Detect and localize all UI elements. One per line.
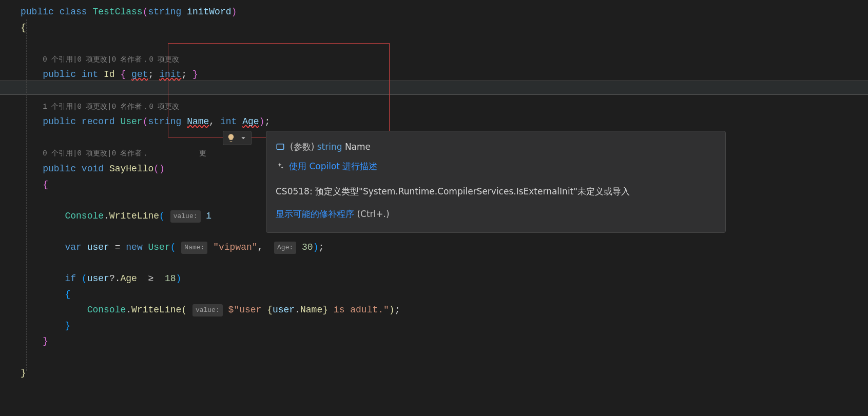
codelens-text[interactable]: 1 个引用|0 项更改|0 名作者，0 项更改: [43, 103, 179, 111]
codelens-text[interactable]: 0 个引用|0 项更改|0 名作者，: [43, 149, 149, 157]
brace-open: {: [120, 69, 126, 80]
code-line[interactable]: public class TestClass(string initWord): [0, 4, 868, 20]
keyword-void: void: [82, 164, 104, 174]
class-console: Console: [87, 305, 126, 315]
blank-line[interactable]: [0, 35, 868, 51]
tooltip-param-type: string: [317, 142, 342, 152]
dot: .: [295, 305, 300, 315]
string-interp-open: $"user: [228, 305, 267, 315]
interp-close: }: [322, 305, 328, 315]
brace-close: }: [65, 321, 70, 331]
property-age: Age: [120, 273, 137, 284]
semicolon: ;: [181, 69, 187, 80]
op-equals: =: [115, 242, 121, 252]
blank-line[interactable]: [0, 349, 868, 365]
param-age: Age: [242, 116, 259, 127]
keyword-new: new: [126, 242, 142, 252]
code-editor[interactable]: public class TestClass(string initWord) …: [0, 0, 868, 381]
inlay-hint-name: Name:: [181, 242, 207, 254]
paren-close: ): [389, 305, 395, 315]
paren-open: (: [143, 116, 148, 127]
inlay-hint-age: Age:: [274, 242, 296, 254]
method-writeline: WriteLine: [131, 305, 181, 315]
keyword-var: var: [65, 242, 81, 252]
keyword-public: public: [43, 164, 76, 174]
code-line[interactable]: public int Id { get; init; }: [0, 67, 868, 83]
keyword-record: record: [82, 116, 115, 127]
blank-line[interactable]: [0, 83, 868, 98]
tooltip-copilot-link[interactable]: 使用 Copilot 进行描述: [289, 158, 377, 174]
code-line[interactable]: var user = new User( Name: "vipwan", Age…: [0, 240, 868, 255]
brace-close: }: [21, 368, 26, 378]
tooltip-error-row: CS0518: 预定义类型"System.Runtime.CompilerSer…: [276, 183, 716, 200]
code-line[interactable]: public record User(string Name, int Age)…: [0, 114, 868, 130]
type-int: int: [82, 69, 98, 80]
codelens[interactable]: 0 个引用|0 项更改|0 名作者，0 项更改: [0, 51, 868, 67]
tooltip-copilot-row[interactable]: 使用 Copilot 进行描述: [276, 158, 716, 174]
sparkle-icon: [276, 162, 284, 170]
code-line[interactable]: if (user?.Age ≥ 18): [0, 271, 868, 287]
arg-fragment: i: [206, 211, 211, 221]
class-console: Console: [65, 211, 104, 221]
semicolon: ;: [318, 242, 324, 252]
tooltip-error-code: CS0518:: [276, 186, 313, 196]
code-line[interactable]: }: [0, 365, 868, 381]
paren-open: (: [143, 7, 148, 17]
semicolon: ;: [395, 305, 400, 315]
paren-close: ): [159, 164, 165, 174]
record-name: User: [120, 116, 142, 127]
comma: ,: [258, 242, 263, 252]
interp-open: {: [267, 305, 273, 315]
keyword-if: if: [65, 273, 76, 284]
param-name: Name: [187, 116, 209, 127]
code-line[interactable]: }: [0, 333, 868, 349]
paren-open: (: [170, 242, 176, 252]
tooltip-signature: (参数) string Name: [276, 138, 716, 155]
inlay-hint-value: value:: [192, 304, 223, 316]
type-string: string: [148, 116, 182, 127]
chevron-down-icon: [239, 133, 248, 143]
brace-open: {: [21, 23, 26, 33]
lightbulb-button[interactable]: [223, 131, 252, 145]
number-literal: 30: [302, 242, 313, 252]
op-gte: ≥: [148, 273, 154, 284]
paren-close: ): [232, 7, 237, 17]
brace-close: }: [43, 336, 48, 346]
tooltip-error-message: 预定义类型"System.Runtime.CompilerServices.Is…: [313, 186, 630, 196]
code-line[interactable]: Console.WriteLine( value: $"user {user.N…: [0, 302, 868, 318]
paren-open: (: [153, 164, 159, 174]
param-name: initWord: [187, 7, 231, 17]
method-writeline: WriteLine: [109, 211, 159, 221]
comma: ,: [209, 116, 215, 127]
tooltip-param-label: (参数): [290, 142, 314, 152]
keyword-public: public: [21, 7, 54, 17]
code-line[interactable]: {: [0, 20, 868, 36]
type-user: User: [148, 242, 170, 252]
tooltip-fix-row[interactable]: 显示可能的修补程序 (Ctrl+.): [276, 206, 716, 222]
string-literal: "vipwan": [213, 242, 257, 252]
parameter-icon: [276, 142, 285, 151]
string-interp-close: is adult.": [328, 305, 389, 315]
keyword-get: get: [131, 69, 148, 80]
code-line[interactable]: }: [0, 318, 868, 334]
semicolon: ;: [148, 69, 154, 80]
dot: .: [104, 211, 109, 221]
inlay-hint-value: value:: [170, 210, 201, 223]
paren-close: ): [259, 116, 265, 127]
paren-open: (: [82, 273, 87, 284]
brace-open: {: [43, 180, 48, 190]
codelens[interactable]: 1 个引用|0 项更改|0 名作者，0 项更改: [0, 98, 868, 114]
tooltip-param-name: Name: [345, 142, 371, 152]
null-conditional: ?.: [109, 273, 121, 284]
codelens-text[interactable]: 0 个引用|0 项更改|0 名作者，0 项更改: [43, 55, 179, 64]
type-string: string: [148, 7, 181, 17]
blank-line[interactable]: [0, 255, 868, 271]
class-name: TestClass: [92, 7, 142, 17]
semicolon: ;: [264, 116, 270, 127]
paren-open: (: [181, 305, 187, 315]
interp-name: Name: [300, 305, 322, 315]
paren-close: ): [313, 242, 319, 252]
code-line[interactable]: {: [0, 287, 868, 303]
keyword-init: init: [159, 69, 181, 80]
tooltip-fix-link[interactable]: 显示可能的修补程序: [276, 209, 354, 219]
